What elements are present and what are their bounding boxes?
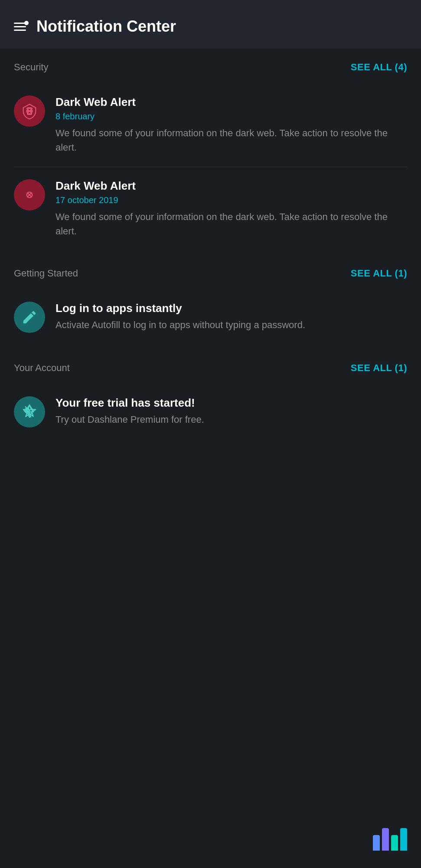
dashlane-logo-bars <box>373 828 407 851</box>
section-getting-started: Getting Started SEE ALL (1) Log in to ap… <box>14 268 407 345</box>
see-all-getting-started-button[interactable]: SEE ALL (1) <box>351 268 407 279</box>
notification-title-autofill: Log in to apps instantly <box>55 302 407 315</box>
dark-web-icon-1 <box>14 95 45 127</box>
section-security-title: Security <box>14 62 48 73</box>
bottom-logo <box>373 828 407 851</box>
section-security: Security SEE ALL (4) Dark Web Alert 8 fe… <box>14 62 407 250</box>
logo-bar-2 <box>382 828 389 851</box>
notification-content-dark-web-2: Dark Web Alert 17 october 2019 We found … <box>55 179 407 238</box>
notification-body-dark-web-1: We found some of your information on the… <box>55 126 407 155</box>
notification-content-dark-web-1: Dark Web Alert 8 february We found some … <box>55 95 407 155</box>
dark-web-icon-2 <box>14 179 45 210</box>
notification-content-premium: Your free trial has started! Try out Das… <box>55 396 407 427</box>
page-title: Notification Center <box>36 17 176 36</box>
logo-bar-3 <box>391 835 398 851</box>
content: Security SEE ALL (4) Dark Web Alert 8 fe… <box>0 49 421 470</box>
see-all-security-button[interactable]: SEE ALL (4) <box>351 62 407 73</box>
notification-date-dark-web-2: 17 october 2019 <box>55 195 407 205</box>
notification-item-autofill[interactable]: Log in to apps instantly Activate Autofi… <box>14 289 407 345</box>
section-your-account: Your Account SEE ALL (1) Your free trial… <box>14 362 407 440</box>
notification-body-premium: Try out Dashlane Premium for free. <box>55 412 407 427</box>
section-your-account-title: Your Account <box>14 362 70 374</box>
notification-item-dark-web-2[interactable]: Dark Web Alert 17 october 2019 We found … <box>14 167 407 250</box>
notification-title-dark-web-1: Dark Web Alert <box>55 95 407 109</box>
logo-bar-4 <box>400 828 407 851</box>
section-getting-started-title: Getting Started <box>14 268 78 279</box>
notification-content-autofill: Log in to apps instantly Activate Autofi… <box>55 302 407 332</box>
notification-title-premium: Your free trial has started! <box>55 396 407 410</box>
notification-title-dark-web-2: Dark Web Alert <box>55 179 407 193</box>
section-getting-started-header: Getting Started SEE ALL (1) <box>14 268 407 279</box>
section-your-account-header: Your Account SEE ALL (1) <box>14 362 407 374</box>
header: Notification Center <box>0 0 421 49</box>
notification-item-dark-web-1[interactable]: Dark Web Alert 8 february We found some … <box>14 83 407 167</box>
notification-date-dark-web-1: 8 february <box>55 112 407 122</box>
notification-body-dark-web-2: We found some of your information on the… <box>55 210 407 238</box>
section-security-header: Security SEE ALL (4) <box>14 62 407 73</box>
autofill-icon <box>14 302 45 333</box>
premium-icon <box>14 396 45 427</box>
menu-icon[interactable] <box>14 23 26 31</box>
logo-bar-1 <box>373 835 380 851</box>
notification-item-premium[interactable]: Your free trial has started! Try out Das… <box>14 384 407 440</box>
see-all-your-account-button[interactable]: SEE ALL (1) <box>351 362 407 374</box>
notification-body-autofill: Activate Autofill to log in to apps with… <box>55 318 407 332</box>
